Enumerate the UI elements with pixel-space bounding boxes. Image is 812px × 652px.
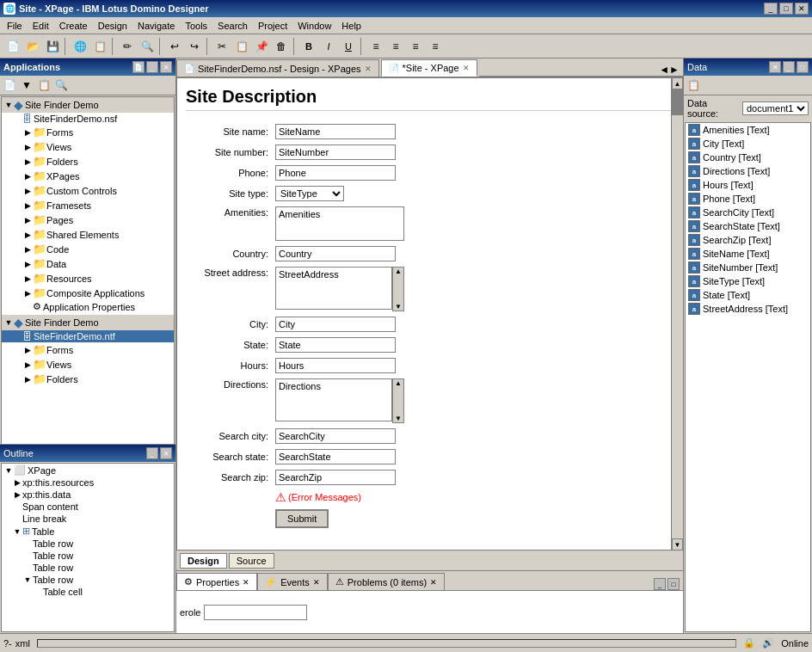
data-item-sitenumber[interactable]: a SiteNumber [Text] (686, 261, 810, 274)
tab-sitefinderdesign[interactable]: 📄 SiteFinderDemo.nsf - Design - XPages ✕ (176, 59, 379, 77)
menu-help[interactable]: Help (336, 19, 366, 33)
data-item-amenities[interactable]: a Amenities [Text] (686, 123, 810, 137)
dir-scroll-up[interactable]: ▲ (395, 379, 402, 387)
outline-row-4[interactable]: ▼ Table row (2, 574, 174, 586)
toolbar-delete[interactable]: 🗑 (272, 37, 291, 56)
app-node-1[interactable]: ▼ ◆ Site Finder Demo (2, 97, 174, 113)
maximize-button[interactable]: □ (779, 3, 793, 15)
field-sitenumber[interactable] (275, 145, 396, 160)
data-item-searchzip[interactable]: a SearchZip [Text] (686, 233, 810, 247)
resources-node[interactable]: ▶ 📁 Resources (2, 271, 174, 286)
field-searchstate[interactable] (275, 449, 396, 464)
tab-properties[interactable]: ⚙ Properties ✕ (176, 573, 257, 590)
toolbar-btn3[interactable]: 🔍 (138, 37, 157, 56)
composite-node[interactable]: ▶ 📁 Composite Applications (2, 286, 174, 300)
tab-scroll-left[interactable]: ◄ (659, 64, 669, 76)
toolbar-align-justify[interactable]: ≡ (426, 37, 445, 56)
expand-icon-2[interactable]: ▼ (3, 317, 14, 328)
field-searchzip[interactable] (275, 470, 396, 485)
menu-project[interactable]: Project (253, 19, 292, 33)
xpages-node[interactable]: ▶ 📁 XPages (2, 169, 174, 183)
shared-elements-node[interactable]: ▶ 📁 Shared Elements (2, 227, 174, 242)
toolbar-cut[interactable]: ✂ (212, 37, 231, 56)
field-streetaddress[interactable]: StreetAddress (275, 267, 392, 310)
bottom-max-btn[interactable]: □ (667, 578, 680, 590)
expand-icon[interactable]: ▼ (3, 100, 14, 110)
code-expand[interactable]: ▶ (22, 244, 33, 255)
toolbar-new[interactable]: 📄 (3, 37, 22, 56)
db-node-1[interactable]: 🗄 SiteFinderDemo.nsf (2, 113, 174, 125)
data-expand[interactable]: ▶ (22, 259, 33, 269)
app-props-node[interactable]: ⚙ Application Properties (2, 300, 174, 313)
se-expand[interactable]: ▶ (22, 230, 33, 240)
comp-expand[interactable]: ▶ (22, 288, 33, 298)
toolbar-redo[interactable]: ↪ (185, 37, 204, 56)
pages-node[interactable]: ▶ 📁 Pages (2, 212, 174, 227)
data-item-sitename[interactable]: a SiteName [Text] (686, 247, 810, 261)
dir-scroll-down[interactable]: ▼ (395, 415, 402, 422)
close-button[interactable]: ✕ (795, 3, 809, 15)
forms-node-2[interactable]: ▶ 📁 Forms (2, 342, 174, 357)
field-country[interactable] (275, 246, 396, 261)
menu-search[interactable]: Search (212, 19, 253, 33)
data-panel-max[interactable]: □ (797, 61, 809, 73)
outline-row-2[interactable]: Table row (2, 550, 174, 562)
outline-row-3[interactable]: Table row (2, 562, 174, 574)
tab-scroll-right[interactable]: ► (669, 64, 680, 76)
menu-window[interactable]: Window (292, 19, 336, 33)
data-item-streetaddress[interactable]: a StreetAddress [Text] (686, 302, 810, 316)
data-panel-controls[interactable]: ✕ _ □ (769, 61, 809, 73)
erole-input[interactable] (204, 605, 307, 620)
menu-file[interactable]: File (2, 19, 28, 33)
scroll-down[interactable]: ▼ (395, 303, 402, 311)
menu-design[interactable]: Design (93, 19, 132, 33)
vscroll-up[interactable]: ▲ (672, 77, 683, 89)
data-item-directions[interactable]: a Directions [Text] (686, 164, 810, 178)
menu-create[interactable]: Create (54, 19, 93, 33)
menu-edit[interactable]: Edit (28, 19, 54, 33)
field-hours[interactable] (275, 358, 396, 373)
data-toolbar-btn[interactable]: 📋 (686, 77, 701, 93)
data-panel-min[interactable]: _ (783, 61, 795, 73)
window-controls[interactable]: _ □ ✕ (764, 3, 809, 15)
menu-navigate[interactable]: Navigate (132, 19, 180, 33)
views-node[interactable]: ▶ 📁 Views (2, 139, 174, 154)
outline-table[interactable]: ▼ ⊞ Table (2, 525, 174, 538)
tree-btn4[interactable]: 🔍 (53, 77, 69, 93)
vscroll-thumb[interactable] (672, 89, 683, 115)
outline-min-btn[interactable]: _ (146, 447, 158, 459)
data-item-phone[interactable]: a Phone [Text] (686, 192, 810, 206)
toolbar-copy[interactable]: 📋 (232, 37, 251, 56)
toolbar-bold[interactable]: B (299, 37, 318, 56)
xpages-expand[interactable]: ▶ (22, 171, 33, 181)
data-item-city[interactable]: a City [Text] (686, 137, 810, 151)
outline-close-btn[interactable]: ✕ (160, 447, 172, 459)
data-panel-close[interactable]: ✕ (769, 61, 781, 73)
toolbar-align-right[interactable]: ≡ (406, 37, 425, 56)
outline-xpage[interactable]: ▼ ⬜ XPage (2, 464, 174, 477)
tab-problems[interactable]: ⚠ Problems (0 items) ✕ (328, 573, 445, 590)
datasource-select[interactable]: document1 (742, 101, 809, 115)
tree-btn3[interactable]: 📋 (36, 77, 52, 93)
res-expand[interactable]: ▶ (22, 274, 33, 284)
db-node-2[interactable]: 🗄 SiteFinderDemo.ntf (2, 330, 174, 342)
views-expand[interactable]: ▶ (22, 142, 33, 152)
vscroll-down[interactable]: ▼ (672, 538, 683, 551)
data-node[interactable]: ▶ 📁 Data (2, 256, 174, 271)
code-node[interactable]: ▶ 📁 Code (2, 242, 174, 256)
outline-linebreak[interactable]: Line break (2, 513, 174, 525)
toolbar-italic[interactable]: I (319, 37, 338, 56)
data-item-hours[interactable]: a Hours [Text] (686, 178, 810, 192)
forms-node[interactable]: ▶ 📁 Forms (2, 125, 174, 139)
events-tab-close[interactable]: ✕ (313, 578, 320, 587)
data-item-sitetype[interactable]: a SiteType [Text] (686, 274, 810, 288)
views-node-2[interactable]: ▶ 📁 Views (2, 357, 174, 372)
outline-cell[interactable]: Table cell (2, 586, 174, 598)
panel-min-btn[interactable]: _ (146, 61, 158, 73)
toolbar-align-left[interactable]: ≡ (366, 37, 385, 56)
tab-events[interactable]: ⚡ Events ✕ (257, 573, 328, 590)
toolbar-btn2[interactable]: 📋 (90, 37, 109, 56)
problems-tab-close[interactable]: ✕ (430, 578, 437, 587)
field-searchcity[interactable] (275, 428, 396, 444)
toolbar-save[interactable]: 💾 (43, 37, 62, 56)
